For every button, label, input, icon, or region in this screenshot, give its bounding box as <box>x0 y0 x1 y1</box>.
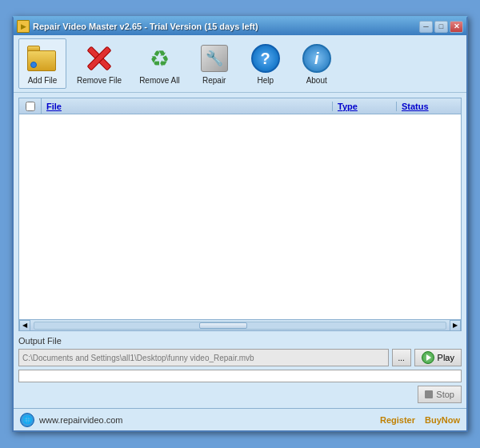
add-file-icon-area <box>26 42 58 74</box>
register-button[interactable]: Register <box>380 415 415 425</box>
website-link[interactable]: www.repairvideo.com <box>39 415 123 425</box>
status-bar-right: Register BuyNow <box>380 415 460 425</box>
output-path-input[interactable] <box>18 349 389 366</box>
title-bar-left: ▶ Repair Video Master v2.65 - Trial Vers… <box>17 20 258 33</box>
scrollbar-track[interactable] <box>34 322 446 330</box>
stop-label: Stop <box>436 390 454 399</box>
file-table: File Type Status ◀ ▶ <box>18 98 462 331</box>
file-column-header[interactable]: File <box>42 102 333 111</box>
play-circle-icon <box>422 351 434 364</box>
scrollbar-thumb[interactable] <box>199 322 247 329</box>
remove-all-label: Remove All <box>139 76 180 85</box>
type-column-header[interactable]: Type <box>333 102 397 111</box>
folder-body <box>27 50 56 71</box>
help-icon-area: ? <box>250 42 282 74</box>
table-body <box>19 114 461 319</box>
stop-icon <box>425 390 433 398</box>
minimize-button[interactable]: ─ <box>419 21 433 33</box>
window-title: Repair Video Master v2.65 - Trial Versio… <box>33 22 258 31</box>
help-icon: ? <box>251 44 280 73</box>
about-icon: i <box>302 44 331 73</box>
browse-button[interactable]: ... <box>392 349 411 366</box>
scroll-left-arrow[interactable]: ◀ <box>19 320 30 331</box>
folder-dot-icon <box>30 62 37 68</box>
title-buttons: ─ □ ✕ <box>419 21 463 33</box>
stop-button[interactable]: Stop <box>418 386 462 403</box>
content-area: File Type Status ◀ ▶ Output File ... <box>14 93 466 408</box>
globe-icon: 🌐 <box>20 413 34 427</box>
progress-bar <box>18 370 462 382</box>
buynow-button[interactable]: BuyNow <box>425 415 460 425</box>
main-window: ▶ Repair Video Master v2.65 - Trial Vers… <box>12 16 468 432</box>
help-button[interactable]: ? Help <box>242 38 290 89</box>
title-bar: ▶ Repair Video Master v2.65 - Trial Vers… <box>14 18 466 35</box>
output-row: ... Play <box>18 349 462 366</box>
add-file-button[interactable]: Add File <box>18 38 66 89</box>
status-column-header[interactable]: Status <box>397 102 461 111</box>
select-all-checkbox[interactable] <box>26 102 35 111</box>
repair-label: Repair <box>202 76 226 85</box>
recycle-icon: ♻ <box>145 44 174 73</box>
remove-file-icon-area <box>83 42 115 74</box>
app-icon: ▶ <box>17 20 30 33</box>
status-bar: 🌐 www.repairvideo.com Register BuyNow <box>14 408 466 430</box>
output-section: Output File ... Play Stop <box>18 336 462 403</box>
help-label: Help <box>257 76 274 85</box>
about-button[interactable]: i About <box>293 38 341 89</box>
toolbar: Add File Remove File ♻ Remove All 🔧 Repa… <box>14 35 466 93</box>
horizontal-scrollbar[interactable]: ◀ ▶ <box>19 319 461 330</box>
checkbox-column-header <box>19 98 42 114</box>
table-header: File Type Status <box>19 98 461 114</box>
play-label: Play <box>438 353 454 362</box>
close-button[interactable]: ✕ <box>450 21 463 33</box>
add-file-label: Add File <box>28 76 58 85</box>
remove-file-label: Remove File <box>77 76 122 85</box>
remove-all-button[interactable]: ♻ Remove All <box>132 38 187 89</box>
stop-row: Stop <box>18 386 462 403</box>
play-triangle-icon <box>426 354 431 361</box>
about-label: About <box>306 76 327 85</box>
maximize-button[interactable]: □ <box>434 21 448 33</box>
remove-all-icon-area: ♻ <box>143 42 175 74</box>
x-icon <box>85 44 114 73</box>
scroll-right-arrow[interactable]: ▶ <box>450 320 461 331</box>
repair-button[interactable]: 🔧 Repair <box>190 38 238 89</box>
repair-icon: 🔧 <box>201 45 228 72</box>
status-bar-left: 🌐 www.repairvideo.com <box>20 413 123 427</box>
about-icon-area: i <box>301 42 333 74</box>
folder-icon <box>27 46 58 71</box>
output-label: Output File <box>18 336 462 346</box>
play-button[interactable]: Play <box>414 349 462 366</box>
remove-file-button[interactable]: Remove File <box>70 38 129 89</box>
repair-icon-area: 🔧 <box>198 42 230 74</box>
